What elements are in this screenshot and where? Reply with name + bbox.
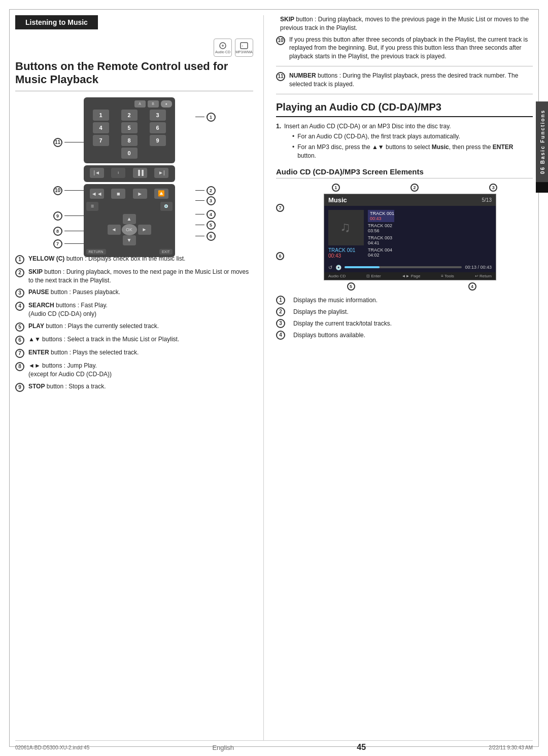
icons-row: Audio CD ♫ MP3/WMA [15, 39, 253, 57]
repeat-icon: ↺ [328, 265, 332, 270]
exit-btn: EXIT [159, 249, 173, 255]
num-7: 7 [93, 135, 109, 146]
main-title: Buttons on the Remote Control used for M… [15, 60, 253, 91]
bottom-return: ↩ Return [475, 274, 492, 278]
enter-bold: ENTER [493, 143, 513, 151]
side-tab: 06 Basic Functions [536, 101, 548, 182]
num-9: 9 [150, 135, 166, 146]
left-column: Listening to Music Audio CD ♫ MP3/WMA Bu… [15, 15, 264, 741]
screen-topbar: Music 5/13 [324, 194, 496, 206]
bullet-bold-9: STOP [28, 383, 45, 390]
elem-item-1: 1 Displays the music information. [276, 296, 533, 305]
disc-btn: 💿 [160, 202, 173, 211]
music-bold: Music [432, 143, 449, 151]
bullet-bold-3: PAUSE [28, 289, 49, 296]
bottom-tools: ≡ Tools [441, 274, 454, 278]
screen-left: ♫ TRACK 001 00:43 [328, 210, 364, 259]
playlist: TRACK 00100:43 TRACK 00203:56 TRACK 0030… [368, 210, 394, 259]
page-number: 45 [357, 743, 366, 752]
footer-left: 02061A-BD-D5300-XU-2.indd 45 [15, 745, 89, 750]
num-1: 1 [93, 110, 109, 121]
audio-cd-label: Audio CD [215, 50, 230, 54]
bullet-bold-7: ENTER [28, 349, 49, 356]
step-text: Insert an Audio CD (CD-DA) or an MP3 Dis… [284, 122, 533, 162]
rew-btn: ◄◄ [90, 189, 104, 199]
pause-btn: ▐▐ [133, 168, 147, 178]
stop-btn: ■ [111, 189, 125, 199]
left-screen-callouts: 7 6 [276, 194, 284, 280]
up-btn: ▲ [123, 214, 136, 224]
screen-diagram: 1 2 3 7 6 Music 5/13 [276, 184, 533, 291]
bullet-bold-6: ▲▼ [28, 336, 41, 343]
elem-item-3: 3 Display the current track/total tracks… [276, 319, 533, 328]
bullet-bold-1: YELLOW (C) [28, 255, 64, 262]
bullet-item-9: 9 STOP button : Stops a track. [15, 382, 253, 392]
sub-bullets: For an Audio CD (CD-DA), the first track… [292, 132, 533, 160]
return-btn: RETURN [86, 249, 106, 255]
screen-section-title: Audio CD (CD-DA)/MP3 Screen Elements [276, 167, 533, 178]
num-8: 8 [121, 135, 138, 146]
num-2: 2 [121, 110, 138, 121]
screen-content: ♫ TRACK 001 00:43 TRACK 00100:43 [324, 206, 496, 263]
elem-text-3: Display the current track/total tracks. [293, 320, 392, 327]
right-column: SKIP button : During playback, moves to … [264, 15, 533, 741]
callout-6-right: 6 [195, 232, 216, 241]
bottom-callouts: 5 4 [276, 282, 533, 291]
progress-time: 00:13 / 00:43 [465, 265, 492, 270]
mp3-icon: ♫ MP3/WMA [235, 39, 253, 57]
bullet-item-5: 5 PLAY button : Plays the currently sele… [15, 322, 253, 332]
bullet-bold-5: PLAY [28, 322, 44, 330]
num-0: 0 [121, 148, 138, 159]
svg-text:♫: ♫ [340, 219, 351, 235]
progress-fill [345, 266, 380, 268]
top-callouts: 1 2 3 [276, 184, 533, 192]
english-label: English [212, 744, 234, 751]
fwd-btn: 🔼 [154, 189, 168, 199]
screen-thumb: ♫ [328, 210, 364, 245]
step-1: 1. Insert an Audio CD (CD-DA) or an MP3 … [276, 122, 533, 162]
callout-2-right: 2 [195, 186, 216, 195]
playlist-item-3: TRACK 00304:41 [368, 234, 394, 246]
screen-counter: 5/13 [482, 197, 492, 203]
bullet-list: 1 YELLOW (C) button : Displays check box… [15, 255, 253, 392]
playlist-item-1: TRACK 00100:43 [368, 210, 394, 222]
info-btn: i [111, 168, 125, 178]
right-skip-detail: 10 If you press this button after three … [276, 35, 533, 61]
bottom-enter: ⊡ Enter [366, 274, 381, 278]
screen-bottombar: Audio CD ⊡ Enter ◄► Page ≡ Tools ↩ Retur… [324, 272, 496, 280]
bullet-item-4: 4 SEARCH buttons : Fast Play.(Audio CD (… [15, 301, 253, 318]
screen-music-title: Music [328, 196, 347, 204]
skip-bold: SKIP [280, 16, 294, 23]
menu-btn: ☰ [86, 202, 98, 211]
skip-text: SKIP button : During playback, moves to … [280, 15, 533, 32]
number-text: NUMBER buttons : During the Playlist pla… [289, 71, 533, 89]
bullet-item-6: 6 ▲▼ buttons : Select a track in the Mus… [15, 335, 253, 345]
skip-detail-text: If you press this button after three sec… [289, 35, 533, 61]
right-skip-item: SKIP button : During playback, moves to … [276, 15, 533, 32]
screen-with-side-callouts: 7 6 Music 5/13 ♫ [276, 194, 533, 280]
audio-cd-icon: Audio CD [214, 39, 232, 57]
svg-text:♫: ♫ [242, 44, 244, 47]
callout-9: 9 [53, 211, 85, 221]
bullet-item-3: 3 PAUSE button : Pauses playback. [15, 288, 253, 298]
playing-title: Playing an Audio CD (CD-DA)/MP3 [276, 101, 533, 117]
cd-icon: 💿 [335, 265, 341, 270]
bullet-item-7: 7 ENTER button : Plays the selected trac… [15, 348, 253, 358]
callout-11: 11 [53, 138, 85, 147]
playlist-item-2: TRACK 00203:56 [368, 222, 394, 234]
numbered-list: 1. Insert an Audio CD (CD-DA) or an MP3 … [276, 122, 533, 162]
top-section: Listening to Music Audio CD ♫ MP3/WMA Bu… [15, 15, 533, 741]
bottom-audio-cd: Audio CD [328, 274, 346, 278]
track-name-main: TRACK 001 [328, 247, 364, 253]
num-3: 3 [150, 110, 166, 121]
sub-bullet-1-text: For an Audio CD (CD-DA), the first track… [297, 132, 460, 141]
callout-10: 10 [53, 186, 85, 195]
elem-text-1: Displays the music information. [293, 297, 378, 304]
svg-point-1 [222, 45, 224, 47]
right-btn: ► [138, 225, 151, 235]
step-num: 1. [276, 122, 281, 131]
screen-progress: ↺ 💿 00:13 / 00:43 [324, 263, 496, 272]
enter-btn: OK [122, 224, 137, 235]
bottom-page: ◄► Page [402, 274, 421, 278]
callout-4-right: 4 [195, 210, 216, 219]
